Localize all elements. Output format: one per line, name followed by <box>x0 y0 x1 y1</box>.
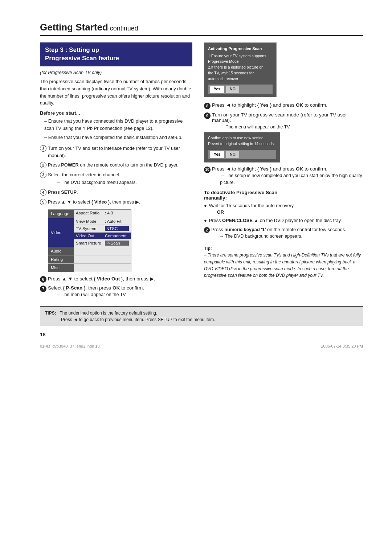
step-7-text: Select { P-Scan }, then press OK to conf… <box>48 285 144 291</box>
step-2-text: Press POWER on the remote control to tur… <box>48 161 179 169</box>
page-footer: 01-43_dvp3040_37_eng2.indd 18 2006-07-14… <box>40 344 363 348</box>
dash-item-1: – Ensure that you have connected this DV… <box>40 118 192 132</box>
footer-right: 2006-07-14 3:35:28 PM <box>321 344 363 348</box>
step-num-10: 10 <box>204 167 211 173</box>
activation-box: Activating Progressive Scan 1.Ensure you… <box>204 42 277 97</box>
deact-step-1: ● Wait for 15 seconds for the auto recov… <box>204 203 363 216</box>
step-7-arrow: The menu will appear on the TV. <box>48 291 144 298</box>
step-num-5: 5 <box>40 199 46 205</box>
menu-cat-video: Video <box>48 218 74 247</box>
step-9: 9 Turn on your TV progressive scan mode … <box>204 112 363 131</box>
page-title: Getting Started continued <box>40 22 363 36</box>
step-3: 3 Select the correct video-in channel. T… <box>40 171 192 186</box>
menu-row-video-out-selected: Video Out Component <box>74 233 131 239</box>
step-1-text: Turn on your TV and set to interlace mod… <box>48 145 192 159</box>
left-column: Step 3 : Setting up Progressive Scan fea… <box>40 42 192 300</box>
step-8: 8 Press ◄ to highlight { Yes } and press… <box>204 102 363 109</box>
or-label: OR <box>217 209 295 215</box>
step-num-9: 9 <box>204 112 211 119</box>
step-10-arrow: The setup is now completed and you can s… <box>212 172 363 186</box>
menu-items-video: View Mode : Auto Fit TV System NTSC Vide… <box>74 218 131 247</box>
step-5: 5 Press ▲ ▼ to select { Video }, then pr… <box>40 198 192 206</box>
menu-row-language: Language Aspect Ratio : 4:3 <box>48 210 131 218</box>
tips-line2: Press ◄ to go back to previous menu item… <box>45 317 215 322</box>
dash-item-2: – Ensure that you have completed the bas… <box>40 134 192 141</box>
step-num-1: 1 <box>40 145 46 152</box>
yes-no-bar-2: Yes NO <box>208 150 276 159</box>
deactivate-heading: To deactivate Progressive Scan manually: <box>204 190 363 201</box>
menu-row-audio: Audio <box>48 247 131 255</box>
activation-title: Activating Progressive Scan <box>208 46 273 52</box>
menu-screenshot: Language Aspect Ratio : 4:3 Video View M… <box>48 209 131 272</box>
deact-step-1-text: Wait for 15 seconds for the auto recover… <box>209 203 295 208</box>
title-suffix: continued <box>108 25 138 32</box>
no-btn-1: NO <box>226 86 239 93</box>
tip-section: Tip: – There are some progressive scan T… <box>204 245 363 279</box>
step-num-2: 2 <box>40 162 46 168</box>
step-4: 4 Press SETUP. <box>40 189 192 196</box>
intro-body: The progressive scan displays twice the … <box>40 78 192 107</box>
page-number: 18 <box>40 332 363 337</box>
menu-cat-rating: Rating <box>48 255 74 263</box>
step-8-text: Press ◄ to highlight { Yes } and press O… <box>212 102 327 108</box>
menu-row-video: Video View Mode : Auto Fit TV System NTS… <box>48 218 131 247</box>
step-num-8: 8 <box>204 103 211 109</box>
tips-line1: The underlined option is the factory def… <box>60 311 157 316</box>
step-6-text: Press ▲ ▼ to select { Video Out }, then … <box>48 276 155 282</box>
tips-bar: TIPS: The underlined option is the facto… <box>40 306 363 326</box>
deact-step-3-arrow: The DVD background screen appears. <box>211 233 346 240</box>
menu-items-language: Aspect Ratio : 4:3 <box>74 210 131 218</box>
confirm-box: Confirm again to use new setting Revert … <box>204 132 280 162</box>
step-num-4: 4 <box>40 189 46 196</box>
right-column: Activating Progressive Scan 1.Ensure you… <box>204 42 363 300</box>
step-num-3: 3 <box>40 172 46 178</box>
yes-no-bar-1: Yes NO <box>208 85 273 94</box>
yes-btn-2: Yes <box>210 151 224 158</box>
deact-step-3: 2 Press numeric keypad '1' on the remote… <box>204 227 363 240</box>
deact-step-num-2: 2 <box>204 227 210 233</box>
footer-left: 01-43_dvp3040_37_eng2.indd 18 <box>40 344 100 348</box>
step-2: 2 Press POWER on the remote control to t… <box>40 161 192 169</box>
menu-row-misc: Misc <box>48 264 131 272</box>
step-num-7: 7 <box>40 286 46 292</box>
italic-subtitle: (for Progressive Scan TV only) <box>40 70 192 75</box>
step-num-6: 6 <box>40 276 46 283</box>
step-3-content: Select the correct video-in channel. The… <box>48 171 137 186</box>
step-5-text: Press ▲ ▼ to select { Video }, then pres… <box>48 198 140 206</box>
steps-list: 1 Turn on your TV and set to interlace m… <box>40 145 192 206</box>
deact-step-2-text: Press OPEN/CLOSE ▲ on the DVD player to … <box>209 218 342 223</box>
step-1: 1 Turn on your TV and set to interlace m… <box>40 145 192 159</box>
step-9-text: Turn on your TV progressive scan mode (r… <box>212 112 347 123</box>
yes-btn-1: Yes <box>210 86 224 93</box>
deact-step-2: ● Press OPEN/CLOSE ▲ on the DVD player t… <box>204 218 363 223</box>
step-4-text: Press SETUP. <box>48 189 78 196</box>
deact-step-3-text: Press numeric keypad '1' on the remote c… <box>211 227 346 232</box>
step-10: 10 Press ◄ to highlight { Yes } and pres… <box>204 166 363 186</box>
step-9-arrow: The menu will appear on the TV. <box>212 124 363 131</box>
step-heading: Step 3 : Setting up Progressive Scan fea… <box>40 42 192 66</box>
title-main: Getting Started <box>40 22 108 33</box>
menu-row-rating: Rating <box>48 255 131 264</box>
step-6: 6 Press ▲ ▼ to select { Video Out }, the… <box>40 276 192 283</box>
step-7: 7 Select { P-Scan }, then press OK to co… <box>40 285 192 298</box>
menu-cat-misc: Misc <box>48 264 74 272</box>
menu-cat-audio: Audio <box>48 247 74 255</box>
before-you-start: Before you start... <box>40 110 192 116</box>
step-10-text: Press ◄ to highlight { Yes } and press O… <box>212 166 327 172</box>
no-btn-2: NO <box>226 151 239 158</box>
menu-cat-language: Language <box>48 210 74 218</box>
